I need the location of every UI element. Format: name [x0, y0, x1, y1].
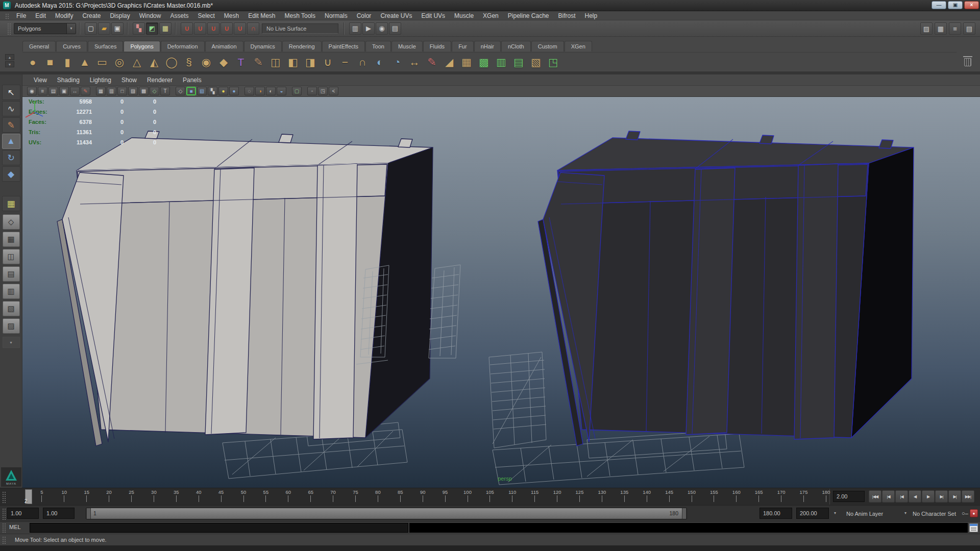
poly-type-icon[interactable]: T — [233, 54, 249, 70]
poly-cone-icon[interactable]: ▲ — [77, 54, 93, 70]
live-surface-field[interactable]: No Live Surface — [262, 23, 338, 34]
boolean-intersection-icon[interactable]: ∩ — [354, 54, 371, 70]
shelf-tab[interactable]: nHair — [474, 41, 501, 52]
timeline-tick[interactable]: 5 — [35, 489, 49, 502]
render-current-frame-icon[interactable]: ▶ — [362, 22, 375, 35]
timeline-tick[interactable]: 10 — [57, 489, 71, 502]
menu-item[interactable]: Create — [78, 12, 105, 19]
current-time-field[interactable] — [833, 491, 865, 502]
timeline-tick[interactable]: 180 — [819, 489, 833, 502]
panel-menu-item[interactable]: Lighting — [85, 77, 116, 84]
save-scene-icon[interactable]: ▣ — [111, 22, 124, 35]
poly-pyramid-icon[interactable]: ◭ — [146, 54, 162, 70]
layout-persp-outliner-graph[interactable]: ▧ — [3, 301, 20, 316]
poly-cube-icon[interactable]: ■ — [42, 54, 58, 70]
animation-end-field[interactable] — [796, 508, 829, 519]
average-vertices-icon[interactable]: ◔ — [389, 54, 405, 70]
film-gate-icon[interactable]: ▥ — [107, 87, 116, 95]
title-bar[interactable]: M Autodesk Maya 2015: G:\Projects\3D Gra… — [0, 0, 980, 11]
multisampling-icon[interactable]: ◐ — [266, 87, 276, 95]
timeline-tick[interactable]: 55 — [259, 489, 273, 502]
timeline-tick[interactable]: 85 — [393, 489, 407, 502]
snap-to-curves-icon[interactable]: ∪ — [194, 22, 206, 35]
menu-item[interactable]: Color — [352, 12, 376, 19]
range-slider-bar[interactable]: 1 180 — [86, 508, 687, 519]
snap-to-points-icon[interactable]: ∪ — [207, 22, 219, 35]
poly-cylinder-icon[interactable]: ▮ — [59, 54, 76, 70]
boolean-union-icon[interactable]: ∪ — [320, 54, 336, 70]
select-object-icon[interactable]: ◩ — [146, 22, 158, 35]
quadrangulate-icon[interactable]: ▦ — [458, 54, 475, 70]
timeline-tick[interactable]: 145 — [662, 489, 676, 502]
select-component-icon[interactable]: ▦ — [159, 22, 172, 35]
smooth-icon[interactable]: ◐ — [372, 54, 388, 70]
shelf-tab[interactable]: Surfaces — [88, 41, 123, 52]
menu-item[interactable]: Bifrost — [554, 12, 580, 19]
toolbar-separator[interactable] — [342, 22, 347, 35]
viewport-panel[interactable]: Verts: 5958 0 0 Edges: 12271 0 0 Faces: … — [22, 97, 980, 488]
menu-item[interactable]: Muscle — [450, 12, 478, 19]
layout-custom[interactable]: ▨ — [3, 318, 20, 334]
multi-cut-icon[interactable]: ▩ — [476, 54, 492, 70]
status-line-grip[interactable] — [7, 22, 11, 35]
timeline-tick[interactable]: 175 — [797, 489, 811, 502]
shelf-tab[interactable]: Custom — [531, 41, 564, 52]
boolean-difference-icon[interactable]: − — [337, 54, 353, 70]
timeline-tick[interactable]: 125 — [573, 489, 587, 502]
step-forward-key-button[interactable]: ▶| — [935, 490, 948, 503]
step-back-frame-button[interactable]: |◀ — [882, 490, 895, 503]
shelf-menu-down-icon[interactable]: ▼ — [5, 61, 14, 67]
menu-item[interactable]: Mesh Tools — [280, 12, 320, 19]
gate-mask-icon[interactable]: ▨ — [128, 87, 138, 95]
minimize-button[interactable]: — — [932, 1, 946, 9]
toolbar-separator[interactable] — [174, 22, 178, 35]
time-slider-ruler[interactable]: 5 10 15 20 — [19, 489, 830, 505]
safe-action-icon[interactable]: ◇ — [150, 87, 159, 95]
menu-grip[interactable] — [5, 13, 9, 19]
grease-pencil-icon[interactable]: ✎ — [81, 87, 90, 95]
poly-prism-icon[interactable]: △ — [129, 54, 145, 70]
auto-keyframe-icon[interactable]: ● — [970, 509, 978, 517]
timeline-tick[interactable]: 65 — [304, 489, 318, 502]
separate-icon[interactable]: ◧ — [285, 54, 301, 70]
timeline-tick[interactable]: 40 — [191, 489, 206, 502]
range-start-handle[interactable] — [86, 508, 91, 519]
transfer-attributes-icon[interactable]: ↔ — [406, 54, 423, 70]
timeline-tick[interactable]: 115 — [528, 489, 542, 502]
panel-menu-item[interactable]: Renderer — [142, 77, 178, 84]
timeline-tick[interactable]: 50 — [236, 489, 251, 502]
go-to-start-button[interactable]: |◀◀ — [869, 490, 881, 503]
poly-torus-icon[interactable]: ◎ — [111, 54, 128, 70]
shelf-tab[interactable]: Animation — [205, 41, 243, 52]
xray-icon[interactable]: ▫ — [307, 87, 317, 95]
shelf-tab[interactable]: Curves — [56, 41, 87, 52]
field-chart-icon[interactable]: ▩ — [139, 87, 149, 95]
time-slider-grip[interactable] — [2, 491, 6, 503]
smooth-shade-all-icon[interactable]: ■ — [186, 87, 196, 95]
layout-persp-graph[interactable]: ▤ — [3, 266, 20, 282]
restore-button[interactable]: ▣ — [948, 1, 963, 9]
play-backwards-button[interactable]: ◀ — [909, 490, 921, 503]
shelf-tab[interactable]: nCloth — [501, 41, 531, 52]
textured-icon[interactable]: ▧ — [197, 87, 207, 95]
extract-icon[interactable]: ◨ — [302, 54, 318, 70]
ipr-render-icon[interactable]: ◉ — [376, 22, 388, 35]
shelf-tab[interactable]: Fur — [452, 41, 474, 52]
tool-settings-icon[interactable]: ≡ — [949, 22, 961, 35]
menu-item[interactable]: Edit — [31, 12, 51, 19]
timeline-tick[interactable]: 120 — [550, 489, 565, 502]
shelf-tab[interactable]: Muscle — [391, 41, 423, 52]
go-to-end-button[interactable]: ▶▶| — [962, 490, 974, 503]
last-tool-used-icon[interactable]: ▦ — [2, 196, 20, 211]
timeline-tick[interactable]: 35 — [169, 489, 183, 502]
close-button[interactable]: × — [964, 1, 979, 9]
timeline-tick[interactable]: 45 — [214, 489, 228, 502]
menu-item[interactable]: Display — [105, 12, 134, 19]
mel-toggle-button[interactable]: MEL — [9, 524, 28, 530]
step-forward-frame-button[interactable]: ▶| — [948, 490, 961, 503]
menu-item[interactable]: File — [12, 12, 31, 19]
wireframe-icon[interactable]: ◇ — [176, 87, 185, 95]
camera-attributes-icon[interactable]: ≡ — [38, 87, 47, 95]
trash-icon[interactable] — [963, 55, 973, 67]
two-d-pan-zoom-icon[interactable]: ↔ — [70, 87, 80, 95]
